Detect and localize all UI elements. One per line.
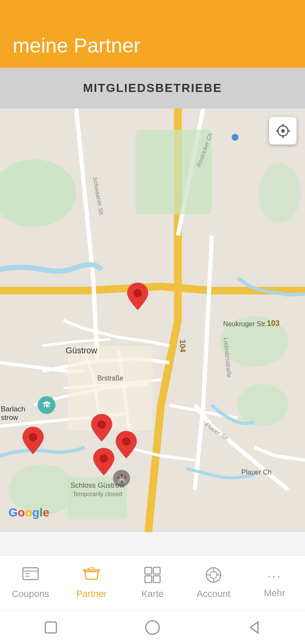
location-button[interactable] — [269, 117, 297, 144]
map-pin-5[interactable] — [116, 431, 137, 460]
coupons-icon — [22, 566, 39, 585]
system-square-button[interactable] — [39, 616, 63, 639]
nav-item-partner[interactable]: Partner — [70, 566, 113, 600]
svg-point-7 — [258, 164, 301, 223]
nav-item-account[interactable]: Account — [192, 566, 235, 600]
map-container[interactable]: Güstrow Neukruger Str. 103 104 Schwaaner… — [0, 108, 305, 532]
partner-icon — [83, 566, 100, 585]
svg-marker-46 — [250, 622, 258, 633]
system-home-button[interactable] — [141, 616, 164, 639]
svg-point-23 — [29, 433, 37, 441]
svg-rect-36 — [145, 576, 152, 583]
svg-point-25 — [100, 454, 108, 463]
gustrow-label: Güstrow — [66, 346, 97, 355]
google-logo: G o o g l e — [8, 506, 49, 519]
svg-rect-34 — [145, 567, 152, 574]
map-pin-2[interactable] — [22, 427, 44, 456]
svg-point-39 — [210, 572, 217, 578]
svg-rect-2 — [136, 130, 212, 214]
page-title: meine Partner — [13, 34, 140, 57]
system-nav-bar — [0, 610, 305, 644]
svg-rect-35 — [153, 567, 160, 574]
karte-icon — [144, 566, 161, 585]
karte-label: Karte — [141, 588, 164, 600]
mehr-label: Mehr — [264, 588, 285, 599]
svg-point-26 — [122, 437, 130, 446]
partner-label: Partner — [76, 588, 107, 600]
map-pin-4[interactable] — [93, 448, 114, 477]
plauer-ch-label: Plauer Ch — [241, 469, 272, 476]
account-label: Account — [197, 588, 230, 600]
svg-point-45 — [146, 621, 159, 634]
svg-point-24 — [97, 420, 106, 429]
brstrasse-label: Brstraße — [97, 375, 123, 382]
svg-point-22 — [133, 289, 142, 297]
neukruger-label: Neukruger Str. — [223, 320, 267, 328]
map-pin-3[interactable] — [91, 414, 112, 443]
map-pin-1[interactable] — [127, 283, 148, 312]
svg-rect-44 — [45, 622, 56, 633]
schloss-label: Schloss Güstrow Temporarily closed — [51, 481, 144, 498]
barlach-label: Barlachstrow — [1, 405, 25, 422]
svg-rect-37 — [153, 576, 160, 583]
account-icon — [205, 566, 222, 585]
bottom-nav: Coupons Partner Karte — [0, 555, 305, 610]
nav-item-coupons[interactable]: Coupons — [9, 566, 52, 600]
museum-poi — [38, 396, 55, 414]
nav-item-karte[interactable]: Karte — [131, 566, 174, 600]
mehr-icon: ··· — [267, 567, 282, 584]
svg-point-12 — [281, 129, 285, 133]
svg-rect-28 — [23, 568, 38, 580]
104-label: 104 — [178, 339, 187, 352]
coupons-label: Coupons — [12, 588, 49, 600]
mitgliedsbetriebe-button[interactable]: MITGLIEDSBETRIEBE — [6, 72, 299, 104]
header: meine Partner — [0, 0, 305, 68]
nav-item-mehr[interactable]: ··· Mehr — [253, 567, 296, 599]
103-label: 103 — [267, 319, 280, 328]
svg-point-4 — [237, 384, 288, 426]
svg-point-8 — [232, 134, 238, 141]
system-back-button[interactable] — [243, 616, 266, 639]
tab-button-container: MITGLIEDSBETRIEBE — [0, 68, 305, 108]
